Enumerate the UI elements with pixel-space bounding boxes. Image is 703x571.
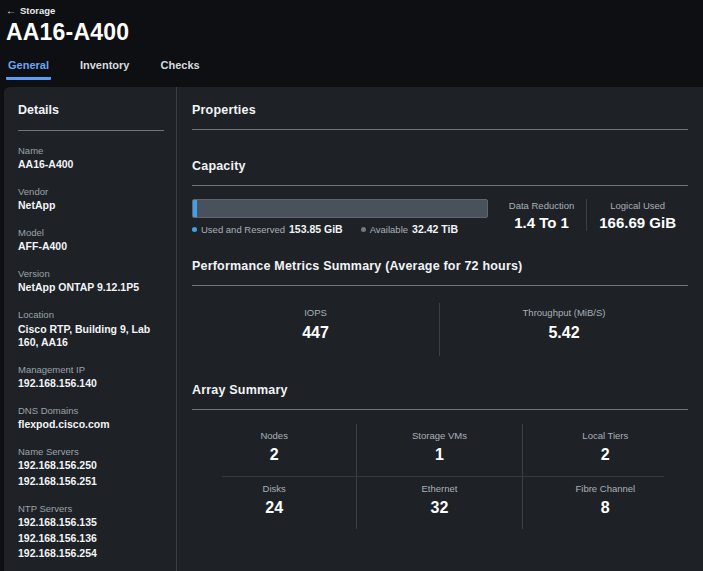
details-sidebar: Details Name AA16-A400 Vendor NetApp Mod… [4, 87, 177, 571]
detail-field-location: Location Cisco RTP, Building 9, Lab 160,… [18, 309, 164, 350]
stat-value: 8 [523, 499, 688, 517]
stat-label: Data Reduction [509, 200, 574, 211]
throughput-metric: Throughput (MiB/S) 5.42 [440, 303, 688, 356]
capacity-bar [192, 199, 488, 218]
array-summary-divider [192, 409, 688, 410]
array-summary-title: Array Summary [192, 383, 688, 397]
disks-stat: Disks 24 [192, 477, 357, 529]
storage-vms-stat: Storage VMs 1 [357, 424, 522, 476]
field-label: Version [18, 268, 164, 279]
field-label: Vendor [18, 186, 164, 197]
available-legend-dot-icon [361, 227, 366, 232]
capacity-section: Capacity Used and Reserved 153.85 GiB [192, 159, 688, 235]
storage-detail-screen: ← Storage AA16-A400 General Inventory Ch… [0, 0, 703, 571]
local-tiers-stat: Local Tiers 2 [523, 424, 688, 476]
stat-label: Storage VMs [357, 430, 521, 441]
iops-metric: IOPS 447 [192, 303, 440, 356]
field-label: Management IP [18, 364, 164, 375]
used-legend-value: 153.85 GiB [289, 223, 343, 235]
fibre-channel-stat: Fibre Channel 8 [523, 477, 688, 529]
field-value: Cisco RTP, Building 9, Lab 160, AA16 [18, 323, 164, 350]
stat-value: 2 [192, 446, 356, 464]
stat-value: 32 [357, 499, 521, 517]
stat-label: Fibre Channel [523, 483, 688, 494]
metric-value: 447 [192, 324, 439, 342]
main-content: Properties Capacity Used and Reserved 15… [177, 87, 703, 571]
stat-value: 24 [192, 499, 356, 517]
field-value: AA16-A400 [18, 158, 164, 172]
stat-label: Logical Used [599, 200, 676, 211]
field-value: NetApp [18, 199, 164, 213]
metric-label: IOPS [192, 307, 439, 318]
field-label: NTP Servers [18, 503, 164, 514]
capacity-bar-block: Used and Reserved 153.85 GiB Available 3… [192, 199, 488, 235]
used-legend-label: Used and Reserved [201, 224, 285, 235]
field-value: 192.168.156.136 [18, 532, 164, 546]
detail-field-vendor: Vendor NetApp [18, 186, 164, 213]
page-header: ← Storage AA16-A400 General Inventory Ch… [0, 0, 703, 80]
logical-used-stat: Logical Used 166.69 GiB [587, 199, 688, 231]
field-label: Name Servers [18, 446, 164, 457]
metric-value: 5.42 [440, 324, 688, 342]
breadcrumb-label[interactable]: Storage [20, 5, 55, 16]
stat-label: Nodes [192, 430, 356, 441]
performance-section: Performance Metrics Summary (Average for… [192, 259, 688, 356]
capacity-divider [192, 185, 688, 186]
array-summary-section: Array Summary Nodes 2 Storage VMs 1 [192, 383, 688, 529]
field-value: flexpod.cisco.com [18, 418, 164, 432]
field-value: NetApp ONTAP 9.12.1P5 [18, 281, 164, 295]
detail-field-management-ip: Management IP 192.168.156.140 [18, 364, 164, 391]
field-label: DNS Domains [18, 405, 164, 416]
detail-field-dns-domains: DNS Domains flexpod.cisco.com [18, 405, 164, 432]
field-label: Model [18, 227, 164, 238]
field-label: Name [18, 145, 164, 156]
detail-field-name: Name AA16-A400 [18, 145, 164, 172]
properties-section: Properties [192, 103, 688, 130]
breadcrumb[interactable]: ← Storage [6, 5, 703, 16]
tab-general[interactable]: General [6, 59, 51, 80]
performance-title: Performance Metrics Summary (Average for… [192, 259, 688, 273]
stat-label: Disks [192, 483, 356, 494]
capacity-row: Used and Reserved 153.85 GiB Available 3… [192, 199, 688, 235]
field-value: 192.168.156.140 [18, 377, 164, 391]
stat-value: 2 [523, 446, 688, 464]
details-divider [18, 130, 164, 131]
array-summary-row: Nodes 2 Storage VMs 1 Local Tiers 2 [192, 424, 688, 476]
page-title: AA16-A400 [6, 19, 703, 46]
content-panel: Details Name AA16-A400 Vendor NetApp Mod… [4, 87, 703, 571]
capacity-legend: Used and Reserved 153.85 GiB Available 3… [192, 223, 488, 235]
stat-label: Ethernet [357, 483, 521, 494]
details-title: Details [18, 103, 164, 117]
stat-value: 1 [357, 446, 521, 464]
detail-field-name-servers: Name Servers 192.168.156.250 192.168.156… [18, 446, 164, 489]
properties-title: Properties [192, 103, 688, 117]
nodes-stat: Nodes 2 [192, 424, 357, 476]
array-summary-grid: Nodes 2 Storage VMs 1 Local Tiers 2 [192, 424, 688, 529]
performance-divider [192, 285, 688, 286]
available-legend-value: 32.42 TiB [412, 223, 458, 235]
field-label: Location [18, 309, 164, 320]
capacity-stats: Data Reduction 1.4 To 1 Logical Used 166… [497, 199, 688, 231]
field-value: 192.168.156.251 [18, 475, 164, 489]
field-value: 192.168.156.250 [18, 459, 164, 473]
tab-inventory[interactable]: Inventory [78, 59, 132, 80]
field-value: 192.168.156.254 [18, 547, 164, 561]
performance-metrics-row: IOPS 447 Throughput (MiB/S) 5.42 [192, 303, 688, 356]
array-summary-row: Disks 24 Ethernet 32 Fibre Channel 8 [192, 477, 688, 529]
ethernet-stat: Ethernet 32 [357, 477, 522, 529]
field-value: AFF-A400 [18, 240, 164, 254]
back-arrow-icon[interactable]: ← [6, 6, 16, 16]
tab-bar: General Inventory Checks [6, 59, 703, 80]
detail-field-model: Model AFF-A400 [18, 227, 164, 254]
used-legend-dot-icon [192, 227, 197, 232]
capacity-bar-used-segment [193, 200, 197, 217]
capacity-title: Capacity [192, 159, 688, 173]
tab-checks[interactable]: Checks [158, 59, 201, 80]
detail-field-version: Version NetApp ONTAP 9.12.1P5 [18, 268, 164, 295]
field-value: 192.168.156.135 [18, 516, 164, 530]
metric-label: Throughput (MiB/S) [440, 307, 688, 318]
stat-value: 1.4 To 1 [509, 214, 574, 231]
data-reduction-stat: Data Reduction 1.4 To 1 [497, 199, 586, 231]
detail-field-ntp-servers: NTP Servers 192.168.156.135 192.168.156.… [18, 503, 164, 561]
stat-label: Local Tiers [523, 430, 688, 441]
